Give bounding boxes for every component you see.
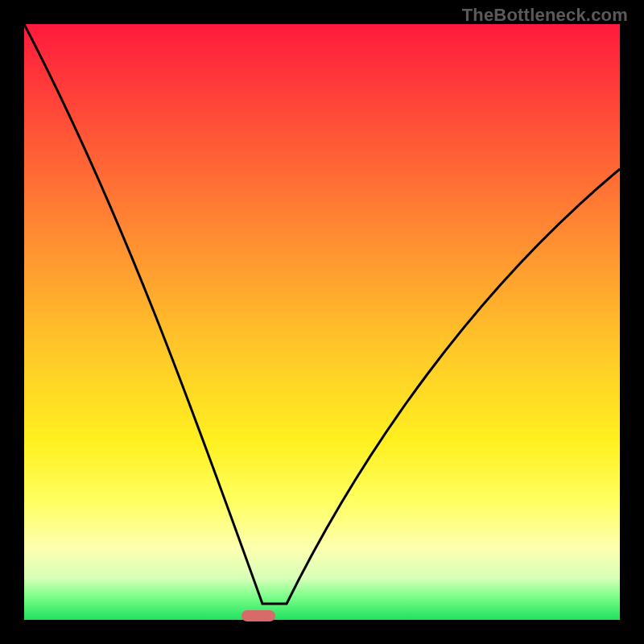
outer-frame: TheBottleneck.com [0,0,644,644]
optimal-marker [242,610,275,621]
watermark-text: TheBottleneck.com [462,5,628,26]
curve-path [24,24,620,604]
bottleneck-curve [24,24,620,620]
